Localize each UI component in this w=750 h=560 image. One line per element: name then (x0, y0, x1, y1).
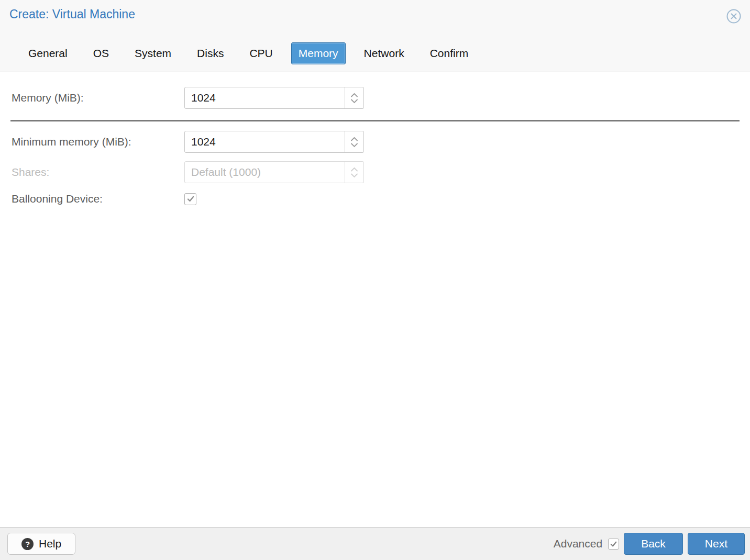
ballooning-checkbox[interactable] (184, 193, 196, 205)
checkmark-icon (610, 540, 617, 548)
checkmark-icon (186, 195, 195, 203)
dialog-footer: ? Help Advanced Back Next (0, 527, 750, 560)
back-button[interactable]: Back (624, 533, 683, 555)
footer-actions: Advanced Back Next (554, 533, 745, 555)
spinner-up-icon[interactable] (350, 137, 358, 141)
close-icon[interactable] (726, 8, 742, 24)
tab-bar: General OS System Disks CPU Memory Netwo… (9, 42, 742, 72)
shares-input (184, 161, 364, 183)
help-button-label: Help (39, 537, 61, 550)
memory-input[interactable] (184, 87, 364, 109)
tab-os[interactable]: OS (86, 42, 116, 64)
minimum-memory-spinner-field (184, 131, 364, 153)
advanced-section-divider (10, 120, 740, 121)
tab-confirm[interactable]: Confirm (423, 42, 476, 64)
shares-spinner-field (184, 161, 364, 183)
question-icon: ? (21, 538, 34, 550)
spinner-up-icon (350, 167, 358, 172)
advanced-checkbox[interactable] (608, 539, 619, 550)
tab-network[interactable]: Network (357, 42, 412, 64)
tab-cpu[interactable]: CPU (242, 42, 280, 64)
memory-spinner-arrows (344, 87, 364, 108)
spinner-down-icon (350, 173, 358, 178)
minimum-memory-label: Minimum memory (MiB): (12, 136, 184, 148)
shares-label: Shares: (12, 166, 184, 178)
spinner-up-icon[interactable] (350, 93, 358, 97)
dialog-header: Create: Virtual Machine General OS Syste… (0, 0, 750, 72)
tab-system[interactable]: System (127, 42, 179, 64)
create-vm-dialog: Create: Virtual Machine General OS Syste… (0, 0, 750, 560)
tab-memory[interactable]: Memory (291, 42, 346, 64)
ballooning-label: Ballooning Device: (12, 193, 184, 205)
minimum-memory-row: Minimum memory (MiB): (12, 131, 740, 153)
shares-spinner-arrows (344, 162, 364, 183)
memory-spinner-field (184, 87, 364, 109)
page-title: Create: Virtual Machine (9, 7, 135, 21)
spinner-down-icon[interactable] (350, 99, 358, 104)
help-button[interactable]: ? Help (7, 533, 75, 555)
advanced-label: Advanced (554, 537, 602, 550)
tab-general[interactable]: General (21, 42, 75, 64)
spinner-down-icon[interactable] (350, 143, 358, 148)
shares-row: Shares: (12, 161, 740, 183)
ballooning-row: Ballooning Device: (12, 193, 740, 205)
tab-disks[interactable]: Disks (190, 42, 231, 64)
memory-label: Memory (MiB): (12, 92, 184, 104)
minimum-memory-input[interactable] (184, 131, 364, 153)
next-button[interactable]: Next (688, 533, 745, 555)
memory-tab-panel: Memory (MiB): Minimum memory (MiB): (0, 72, 750, 527)
title-bar: Create: Virtual Machine (9, 7, 742, 24)
minimum-memory-spinner-arrows (344, 131, 364, 152)
memory-row: Memory (MiB): (12, 87, 740, 109)
